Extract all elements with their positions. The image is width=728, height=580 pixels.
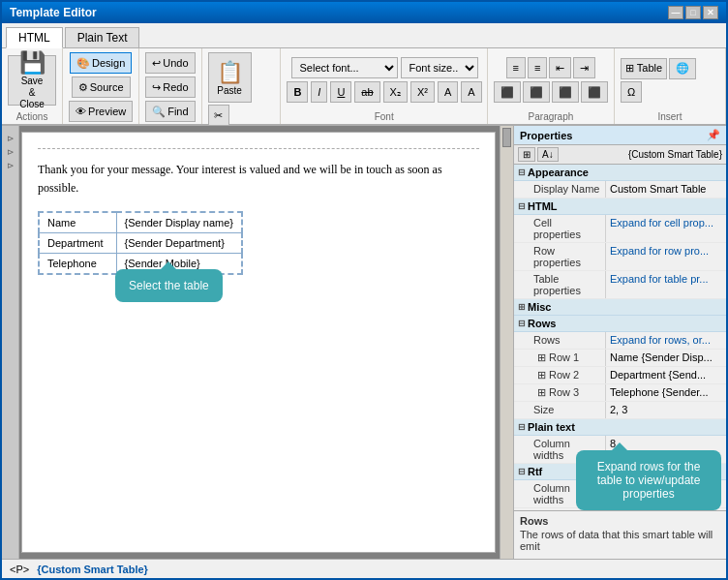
- prop-name-size: Size: [514, 402, 606, 418]
- expand-rows-tooltip-text: Expand rows for the table to view/update…: [597, 460, 701, 501]
- prop-value-table-props[interactable]: Expand for table pr...: [606, 271, 726, 298]
- save-icon: 💾: [19, 50, 46, 76]
- bold-button[interactable]: B: [287, 81, 308, 103]
- font-select[interactable]: Select font...: [291, 57, 398, 78]
- font-size-select[interactable]: Font size...: [401, 57, 478, 78]
- collapse-rtf-icon: ⊟: [518, 467, 526, 476]
- section-misc-label: Misc: [528, 301, 551, 313]
- prop-row-row2: ⊞ Row 2 Department {Send...: [514, 367, 726, 384]
- tab-bar: HTML Plain Text: [2, 23, 726, 48]
- prop-row-display-name: Display Name Custom Smart Table: [514, 181, 726, 198]
- ribbon-group-paragraph: ≡ ≡ ⇤ ⇥ ⬛ ⬛ ⬛ ⬛ Paragraph: [488, 48, 615, 124]
- section-html[interactable]: ⊟ HTML: [514, 198, 726, 215]
- cut-button[interactable]: ✂: [208, 105, 229, 126]
- maximize-btn[interactable]: □: [685, 6, 701, 19]
- insert-label: Insert: [619, 109, 721, 122]
- table-button[interactable]: ⊞ Table: [621, 58, 667, 79]
- highlight-button[interactable]: A: [461, 81, 481, 103]
- find-label: Find: [167, 106, 188, 117]
- find-icon: 🔍: [152, 106, 166, 118]
- prop-row-row3: ⊞ Row 3 Telephone {Sender...: [514, 384, 726, 402]
- superscript-button[interactable]: X²: [410, 81, 435, 103]
- actions-label: Actions: [6, 109, 58, 122]
- redo-button[interactable]: ↪ Redo: [145, 76, 195, 98]
- font-label: Font: [285, 109, 483, 122]
- list-unordered-button[interactable]: ≡: [506, 57, 526, 78]
- source-icon: ⚙: [78, 81, 88, 94]
- align-right-button[interactable]: ⬛: [552, 81, 579, 103]
- font-color-button[interactable]: A: [438, 81, 458, 103]
- prop-value-row3[interactable]: Telephone {Sender...: [606, 384, 726, 401]
- table-row: Name {Sender Display name}: [39, 212, 242, 233]
- italic-button[interactable]: I: [311, 81, 327, 103]
- indent-decrease-button[interactable]: ⇤: [549, 57, 571, 78]
- properties-content: ⊟ Appearance Display Name Custom Smart T…: [514, 165, 726, 510]
- properties-panel: Properties 📌 ⊞ A↓ {Custom Smart Table} ⊟…: [513, 126, 726, 559]
- special-chars-button[interactable]: Ω: [621, 81, 642, 103]
- align-center-button[interactable]: ⬛: [523, 81, 550, 103]
- paste-label: Paste: [217, 85, 242, 96]
- prop-value-row2[interactable]: Department {Send...: [606, 367, 726, 383]
- table-cell-sender-display: {Sender Display name}: [116, 212, 242, 233]
- title-bar: Template Editor — □ ✕: [2, 2, 726, 23]
- prop-name-display-name: Display Name: [514, 181, 606, 198]
- prop-value-rows[interactable]: Expand for rows, or...: [606, 332, 726, 349]
- undo-button[interactable]: ↩ Undo: [145, 52, 195, 74]
- footer-text: The rows of data that this smart table w…: [520, 529, 720, 552]
- title-bar-buttons: — □ ✕: [668, 6, 718, 19]
- underline-button[interactable]: U: [330, 81, 351, 103]
- minimize-btn[interactable]: —: [668, 6, 683, 19]
- prop-value-cell-props[interactable]: Expand for cell prop...: [606, 215, 726, 242]
- section-plain-text[interactable]: ⊟ Plain text: [514, 419, 726, 436]
- prop-value-display-name[interactable]: Custom Smart Table: [606, 181, 726, 198]
- status-content: {Custom Smart Table}: [37, 564, 148, 575]
- prop-value-row1[interactable]: Name {Sender Disp...: [606, 350, 726, 366]
- prop-name-rows: Rows: [514, 332, 606, 349]
- subscript-button[interactable]: X₂: [383, 81, 408, 103]
- preview-button[interactable]: 👁 Preview: [69, 101, 133, 122]
- prop-name-row1: ⊞ Row 1: [514, 350, 606, 366]
- list-ordered-button[interactable]: ≡: [528, 57, 547, 78]
- properties-header: Properties 📌: [514, 126, 726, 145]
- source-button[interactable]: ⚙ Source: [72, 76, 131, 98]
- vertical-scrollbar[interactable]: [500, 126, 513, 559]
- editor-content[interactable]: Thank you for your message. Your interes…: [21, 132, 496, 553]
- properties-toolbar: ⊞ A↓ {Custom Smart Table}: [514, 145, 726, 165]
- tab-html[interactable]: HTML: [6, 27, 63, 48]
- ribbon-group-editor: ↩ Undo ↪ Redo 🔍 Find Editor: [139, 48, 201, 124]
- strikethrough-button[interactable]: ab: [354, 81, 379, 103]
- select-table-tooltip: Select the table: [115, 269, 223, 302]
- design-label: Design: [92, 57, 125, 69]
- collapse-rows-icon: ⊟: [518, 319, 526, 328]
- align-left-button[interactable]: ⬛: [494, 81, 521, 103]
- paste-button[interactable]: 📋 Paste: [208, 52, 252, 103]
- design-button[interactable]: 🎨 Design: [70, 52, 132, 74]
- link-button[interactable]: 🌐: [669, 58, 696, 79]
- scrollbar-thumb[interactable]: [502, 128, 511, 147]
- prop-az-btn[interactable]: A↓: [537, 147, 559, 162]
- main-window: Template Editor — □ ✕ HTML Plain Text 💾 …: [0, 0, 728, 580]
- table-cell-name-label: Name: [39, 212, 116, 233]
- section-appearance[interactable]: ⊟ Appearance: [514, 165, 726, 181]
- prop-row-cell-props: Cell properties Expand for cell prop...: [514, 215, 726, 243]
- prop-name-row2: ⊞ Row 2: [514, 367, 606, 383]
- select-table-tooltip-text: Select the table: [129, 279, 209, 292]
- indent-increase-button[interactable]: ⇥: [573, 57, 595, 78]
- prop-row-size: Size 2, 3: [514, 402, 726, 419]
- find-button[interactable]: 🔍 Find: [145, 101, 195, 122]
- section-rows[interactable]: ⊟ Rows: [514, 316, 726, 332]
- save-close-label: Save &Close: [16, 76, 47, 110]
- close-btn[interactable]: ✕: [703, 6, 718, 19]
- prop-sort-btn[interactable]: ⊞: [518, 147, 535, 162]
- paste-icon: 📋: [217, 60, 243, 85]
- ribbon-group-mode: 🎨 Design ⚙ Source 👁 Preview Mode: [63, 48, 139, 124]
- align-justify-button[interactable]: ⬛: [581, 81, 608, 103]
- tab-plain-text[interactable]: Plain Text: [65, 27, 140, 47]
- section-misc[interactable]: ⊞ Misc: [514, 299, 726, 316]
- prop-value-row-props[interactable]: Expand for row pro...: [606, 243, 726, 270]
- ruler-marker-3: ⊳: [7, 161, 15, 170]
- ribbon-group-insert: ⊞ Table 🌐 Ω Insert: [615, 48, 726, 124]
- ribbon-group-clipboard: 📋 Paste ✂ ⎘ Clipboard: [202, 48, 282, 124]
- save-close-button[interactable]: 💾 Save &Close: [8, 55, 56, 106]
- data-table[interactable]: Name {Sender Display name} Department {S…: [38, 211, 243, 275]
